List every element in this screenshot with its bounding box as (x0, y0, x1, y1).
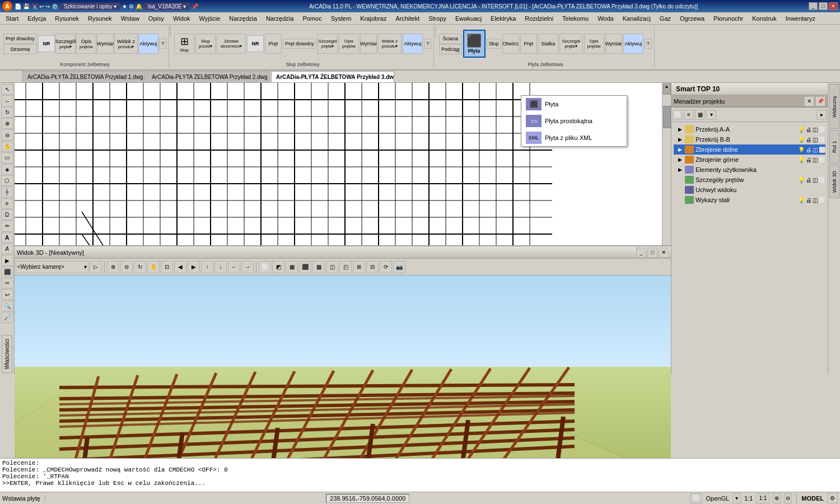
menu-krajobraz[interactable]: Krajobraz (356, 14, 391, 23)
left-btn-fill[interactable]: ⬛ (1, 267, 13, 277)
3d-viewport[interactable] (15, 276, 671, 458)
3d-view5[interactable]: ▩ (312, 261, 325, 273)
3d-render2[interactable]: ▶ (188, 261, 200, 273)
left-btn-search[interactable]: 🔍 (1, 301, 13, 311)
slup-przod-btn[interactable]: Słupprzód▾ (195, 34, 216, 54)
menu-opisy[interactable]: Opisy (144, 14, 169, 23)
3d-screenshot[interactable]: 📷 (393, 261, 405, 273)
3d-render1[interactable]: ◀ (174, 261, 186, 273)
version-selector[interactable]: isa_V18A20E ▾ (144, 3, 189, 10)
pret-plyta-btn[interactable]: Pręt (520, 34, 537, 54)
3d-view9[interactable]: ⊟ (366, 261, 379, 273)
podciag-btn[interactable]: Podciąg (439, 44, 462, 54)
aktywuj-btn[interactable]: Aktywuj (138, 34, 158, 54)
left-btn-rotate[interactable]: ↻ (1, 107, 13, 118)
minimize-btn[interactable]: _ (809, 2, 818, 10)
3d-view6[interactable]: ◫ (326, 261, 338, 273)
3d-close-btn[interactable]: ✕ (659, 248, 669, 258)
help-slup-btn[interactable]: ? (424, 39, 431, 49)
opis-plyta-btn[interactable]: Opisprętów (584, 34, 604, 54)
3d-view2[interactable]: ◩ (272, 261, 284, 273)
3d-view10[interactable]: ⟳ (380, 261, 392, 273)
3d-fit[interactable]: ⊡ (161, 261, 173, 273)
menu-narzedzia1[interactable]: Narzędzia (225, 14, 262, 23)
pin-icon[interactable]: 📌 (192, 3, 198, 10)
left-btn-zoomin[interactable]: ⊕ (1, 118, 13, 129)
pm-item-uchwyt[interactable]: Uchwyt widoku (674, 185, 825, 195)
app-logo[interactable]: A (2, 1, 12, 11)
slup-plyta-btn[interactable]: Słup (487, 39, 501, 49)
3d-rotate[interactable]: ↻ (134, 261, 146, 273)
menu-piorunochr[interactable]: Piorunochr (709, 14, 748, 23)
sciana-btn[interactable]: Ściana (439, 34, 462, 44)
aktywuj-plyta-btn[interactable]: Aktywuj (623, 34, 643, 54)
strzemie-btn[interactable]: Strzemię (3, 44, 37, 54)
3d-view1[interactable]: ⬜ (259, 261, 271, 273)
maximize-btn[interactable]: □ (819, 2, 828, 10)
left-btn-move[interactable]: ↔ (1, 95, 13, 106)
menu-rozdzielni[interactable]: Rozdzielni (520, 14, 558, 23)
pm-item-szczegoly[interactable]: Szczegóły prętów 💡 🖨 ◫ ⬜ (674, 175, 825, 185)
3d-nav1[interactable]: ↑ (201, 261, 213, 273)
menu-edycja[interactable]: Edycja (23, 14, 50, 23)
siatka-btn[interactable]: Siatka (538, 34, 558, 54)
menu-start[interactable]: Start (1, 14, 23, 23)
left-btn-rect[interactable]: ▭ (1, 152, 13, 163)
right-tab-widoczny[interactable]: Widoczny (829, 84, 839, 129)
szczegol-plyta-btn[interactable]: Szczegółpręta▾ (559, 34, 583, 54)
settings-btn[interactable]: ⚙ (827, 493, 838, 503)
cmd-input[interactable] (2, 487, 838, 492)
menu-kanalizacj[interactable]: Kanalizacj (618, 14, 655, 23)
3d-zoom-in[interactable]: ⊕ (107, 261, 119, 273)
menu-narzedzia2[interactable]: Narzędzia (262, 14, 298, 23)
dd-plyta-xml[interactable]: XML Płyta z pliku XML (521, 129, 627, 146)
menu-rysunek1[interactable]: Rysunek (50, 14, 83, 23)
menu-telekomu[interactable]: Telekomu (558, 14, 593, 23)
szczegol-slup-btn[interactable]: Szczegółpręta▾ (318, 34, 338, 54)
right-tab-widok3d[interactable]: Widok 3D (829, 165, 839, 198)
snap-btn[interactable]: ⬜ (690, 493, 702, 503)
menu-konstruk[interactable]: Konstruk (748, 14, 781, 23)
wymiar-slup-btn[interactable]: Wymiar (360, 34, 377, 54)
left-btn-text2[interactable]: A (1, 244, 13, 254)
help-komponent-btn[interactable]: ? (159, 39, 166, 49)
menu-stropy[interactable]: Stropy (424, 14, 451, 23)
left-btn-undo[interactable]: ↩ (1, 289, 13, 300)
menu-ogrzewa[interactable]: Ogrzewa (675, 14, 709, 23)
scale-zoom-in[interactable]: ⊕ (773, 493, 781, 503)
scale-btn[interactable]: 1:1 (756, 493, 769, 503)
3d-zoom-out[interactable]: ⊖ (120, 261, 133, 273)
pm-view-btn2[interactable]: ≡ (684, 110, 694, 120)
left-btn-play[interactable]: ▶ (1, 255, 13, 265)
plyta-btn[interactable]: ⬛ Płyta (463, 30, 486, 58)
3d-minimize-btn[interactable]: _ (636, 248, 646, 258)
menu-wstaw[interactable]: Wstaw (116, 14, 144, 23)
tab2[interactable]: ArCADia-PŁYTA ŻELBETOWA Przykład 2.dwg (… (147, 71, 270, 82)
close-btn[interactable]: ✕ (829, 2, 838, 10)
pm-view-btn4[interactable]: ▾ (706, 110, 716, 120)
left-btn-omega[interactable]: Ω (1, 209, 13, 220)
menu-inwentaryz[interactable]: Inwentaryz (781, 14, 820, 23)
menu-widok[interactable]: Widok (169, 14, 195, 23)
slup-btn[interactable]: ⊞Słup (174, 34, 194, 54)
tab1[interactable]: ArCADia-PŁYTA ŻELBETOWA Przykład 1.dwg (… (22, 71, 146, 82)
left-btn-polygon[interactable]: ⬡ (1, 175, 13, 186)
pm-item-przekroj-aa[interactable]: ▶ Przekrój A-A 💡 🖨 ◫ ⬜ (674, 124, 825, 134)
pm-pin-btn[interactable]: 📌 (815, 96, 825, 106)
wlasciwosci-tab[interactable]: Właściwości (2, 335, 12, 373)
otworz-btn[interactable]: Otwórz (502, 34, 519, 54)
3d-nav3[interactable]: ← (228, 261, 240, 273)
3d-view8[interactable]: ⊞ (353, 261, 365, 273)
menu-wyjscie[interactable]: Wyjście (195, 14, 225, 23)
opis-pretow-btn[interactable]: Opisprętów (76, 34, 96, 54)
pm-item-zbrojenie-dolne[interactable]: ▶ Zbrojenie dolne 💡 🖨 ◫ ⬜ (674, 144, 825, 155)
opengl-settings-btn[interactable]: ▾ (732, 493, 741, 503)
tab3[interactable]: ArCADia-PŁYTA ŻELBETOWA Przykład 3.dwg (271, 71, 394, 82)
pret-dowolny-btn[interactable]: Pręt dowolny (3, 34, 37, 44)
pm-expand-btn[interactable]: ▸ (816, 110, 827, 120)
zestaw-strzemion-btn[interactable]: Zestawstrzemion▾ (217, 34, 246, 54)
pm-item-wykazy[interactable]: Wykazy stali 💡 🖨 ◫ ⬜ (674, 195, 825, 205)
scale-zoom-out[interactable]: ⊖ (784, 493, 792, 503)
help-plyta-btn[interactable]: ? (645, 39, 652, 49)
left-btn-cut[interactable]: ✂ (1, 278, 13, 288)
